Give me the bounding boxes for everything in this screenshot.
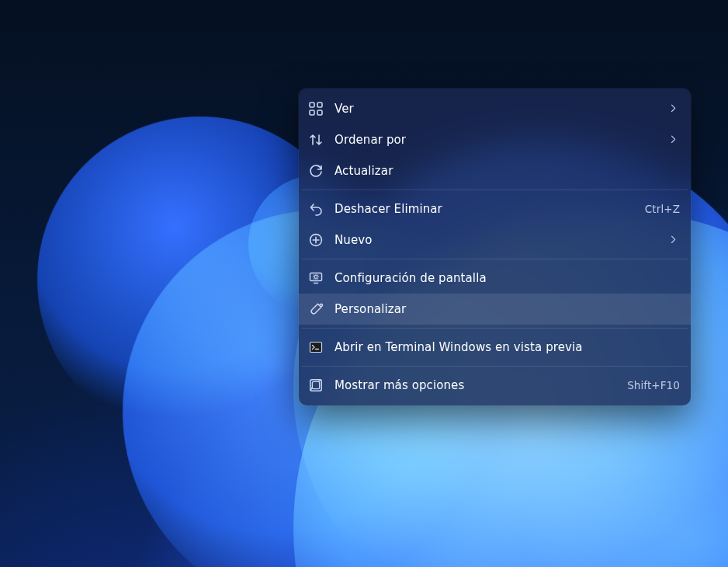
context-menu-item-label: Ver xyxy=(335,102,658,116)
context-menu-item-display[interactable]: Configuración de pantalla xyxy=(299,263,691,294)
context-menu-item-undo-delete[interactable]: Deshacer EliminarCtrl+Z xyxy=(299,193,691,224)
context-menu-item-label: Mostrar más opciones xyxy=(335,378,616,392)
refresh-icon xyxy=(308,163,324,179)
context-menu-item-terminal[interactable]: Abrir en Terminal Windows en vista previ… xyxy=(299,332,691,363)
context-menu-item-more-options[interactable]: Mostrar más opcionesShift+F10 xyxy=(299,370,691,401)
chevron-right-icon xyxy=(669,103,680,114)
context-menu-separator xyxy=(302,259,688,259)
display-settings-icon xyxy=(308,270,324,286)
context-menu-item-personalize[interactable]: Personalizar xyxy=(299,294,691,325)
plus-circle-icon xyxy=(308,232,324,248)
sort-icon xyxy=(308,132,324,148)
context-menu-item-label: Personalizar xyxy=(335,302,680,316)
paintbrush-icon xyxy=(308,301,324,317)
chevron-right-icon xyxy=(669,134,680,145)
context-menu-item-label: Ordenar por xyxy=(335,133,658,147)
context-menu-item-view[interactable]: Ver xyxy=(299,93,691,124)
context-menu-separator xyxy=(302,190,688,190)
context-menu-item-new[interactable]: Nuevo xyxy=(299,224,691,256)
context-menu-item-label: Configuración de pantalla xyxy=(335,271,680,285)
undo-icon xyxy=(308,201,324,217)
context-menu-item-sort[interactable]: Ordenar por xyxy=(299,124,691,155)
context-menu-separator xyxy=(302,366,688,367)
context-menu-item-label: Abrir en Terminal Windows en vista previ… xyxy=(335,340,680,354)
more-options-icon xyxy=(308,377,324,393)
context-menu-item-refresh[interactable]: Actualizar xyxy=(299,155,691,186)
context-menu-item-label: Nuevo xyxy=(335,233,658,247)
context-menu-item-shortcut: Shift+F10 xyxy=(627,379,680,391)
terminal-icon xyxy=(308,339,324,355)
context-menu-separator xyxy=(302,328,688,329)
context-menu-item-label: Deshacer Eliminar xyxy=(335,202,634,216)
desktop-context-menu[interactable]: VerOrdenar porActualizarDeshacer Elimina… xyxy=(299,89,691,405)
grid-icon xyxy=(308,101,324,117)
context-menu-item-shortcut: Ctrl+Z xyxy=(645,203,680,215)
context-menu-item-label: Actualizar xyxy=(335,164,680,178)
chevron-right-icon xyxy=(669,235,680,245)
